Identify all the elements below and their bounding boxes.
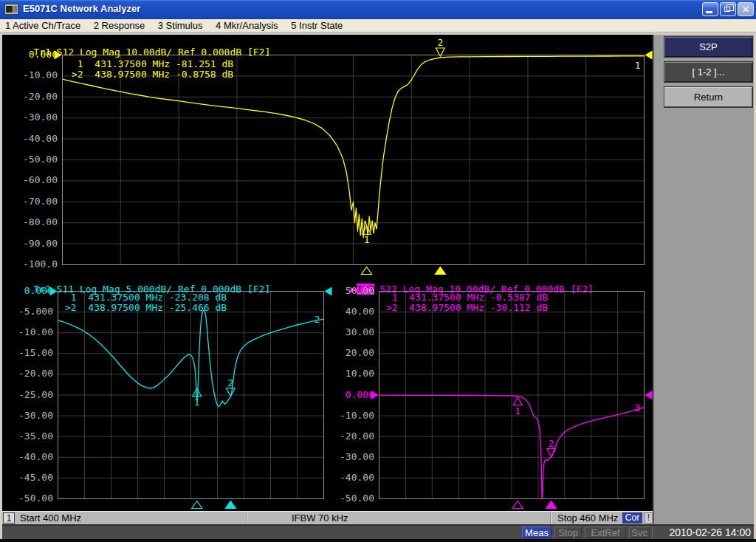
- axis-tick-label: 0.000: [15, 49, 58, 60]
- instrument-status-bar: Meas Stop ExtRef Svc 2010-02-26 14:00: [2, 526, 754, 539]
- axis-tick-label: 10.00: [331, 368, 374, 379]
- channel-status-bar: 1 Start 400 MHz IFBW 70 kHz Stop 460 MHz…: [2, 511, 653, 524]
- menu-item-stimulus[interactable]: 3 Stimulus: [153, 19, 208, 32]
- menu-item-response[interactable]: 2 Response: [89, 19, 150, 32]
- axis-tick-label: -25.00: [10, 389, 53, 400]
- axis-tick-label: 0.000: [10, 285, 53, 296]
- trace3-marker2-readout: >2 438.97500 MHz -30.112 dB: [386, 303, 548, 313]
- minimize-icon: [706, 11, 712, 13]
- axis-tick-label: 50.00: [331, 285, 374, 296]
- ifbw-label: IFBW 70 kHz: [292, 512, 348, 524]
- axis-tick-label: 40.00: [331, 306, 374, 317]
- application-window: E5071C Network Analyzer ✕ 1 Active Ch/Tr…: [0, 0, 756, 542]
- title-bar: E5071C Network Analyzer ✕: [0, 0, 756, 19]
- menu-bar: 1 Active Ch/Trace 2 Response 3 Stimulus …: [0, 19, 756, 32]
- axis-tick-label: -70.00: [15, 196, 58, 207]
- axis-tick-label: 0.000: [331, 389, 374, 400]
- axis-tick-label: -60.00: [15, 174, 58, 185]
- instrument-screen: [2, 35, 653, 511]
- axis-tick-label: -50.00: [331, 493, 374, 504]
- axis-tick-label: -20.00: [331, 430, 374, 442]
- axis-tick-label: -100.0: [15, 258, 58, 270]
- menu-item-instr-state[interactable]: 5 Instr State: [286, 19, 348, 32]
- app-icon: [4, 4, 18, 15]
- channel-number-badge: 1: [3, 512, 15, 524]
- axis-tick-label: -30.00: [15, 112, 58, 123]
- softkey-return[interactable]: Return: [664, 86, 753, 108]
- softkey-s2p[interactable]: S2P: [664, 36, 753, 58]
- datetime-display: 2010-02-26 14:00: [652, 526, 754, 538]
- axis-tick-label: -40.00: [10, 451, 53, 462]
- statusbar-divider: [246, 512, 247, 524]
- restore-icon: [724, 7, 730, 12]
- axis-tick-label: -5.000: [10, 306, 53, 317]
- statusbar-divider: [550, 512, 551, 524]
- axis-tick-label: 30.00: [331, 326, 374, 337]
- svc-indicator: Svc: [629, 526, 650, 538]
- trace1-marker2-readout: >2 438.97500 MHz -0.8758 dB: [72, 69, 233, 80]
- correction-status-badge: Cor: [622, 512, 642, 524]
- stop-indicator: Stop: [554, 526, 582, 538]
- extref-indicator: ExtRef: [585, 526, 626, 538]
- close-icon: ✕: [738, 4, 753, 16]
- axis-tick-label: -10.00: [331, 410, 374, 421]
- axis-tick-label: -20.00: [15, 91, 58, 102]
- softkey-ports-1-2[interactable]: [ 1-2 ]...: [664, 61, 753, 83]
- axis-tick-label: 20.00: [331, 347, 374, 358]
- axis-tick-label: -30.00: [331, 451, 374, 462]
- axis-tick-label: -80.00: [15, 216, 58, 227]
- trace3-marker1-readout: 1 431.37500 MHz -0.5387 dB: [386, 292, 548, 303]
- axis-tick-label: -15.00: [10, 347, 53, 358]
- axis-tick-label: -50.00: [10, 493, 53, 504]
- restore-button[interactable]: [720, 2, 736, 16]
- axis-tick-label: -40.00: [15, 133, 58, 144]
- axis-tick-label: -50.00: [15, 154, 58, 165]
- softkey-sidebar: S2P [ 1-2 ]... Return: [653, 35, 754, 524]
- start-frequency-label: Start 400 MHz: [20, 512, 81, 524]
- alert-indicator: !: [645, 512, 653, 524]
- close-button[interactable]: ✕: [738, 2, 754, 16]
- trace1-marker1-readout: 1 431.37500 MHz -81.251 dB: [72, 59, 233, 69]
- axis-tick-label: -10.00: [15, 69, 58, 80]
- axis-tick-label: -40.00: [331, 472, 374, 483]
- menu-item-active-ch-trace[interactable]: 1 Active Ch/Trace: [0, 19, 86, 32]
- window-title: E5071C Network Analyzer: [23, 3, 140, 14]
- axis-tick-label: -20.00: [10, 368, 53, 379]
- axis-tick-label: -35.00: [10, 430, 53, 442]
- axis-tick-label: -90.00: [15, 238, 58, 249]
- meas-indicator: Meas: [522, 526, 551, 538]
- stop-frequency-label: Stop 460 MHz: [557, 512, 618, 524]
- window-bottom-edge: [0, 539, 756, 542]
- trace2-marker2-readout: >2 438.97500 MHz -25.466 dB: [65, 303, 227, 313]
- minimize-button[interactable]: [702, 2, 718, 16]
- menu-item-mkr-analysis[interactable]: 4 Mkr/Analysis: [210, 19, 284, 32]
- axis-tick-label: -10.00: [10, 326, 53, 337]
- axis-tick-label: -30.00: [10, 410, 53, 421]
- axis-tick-label: -45.00: [10, 472, 53, 483]
- trace2-marker1-readout: 1 431.37500 MHz -23.208 dB: [65, 292, 227, 303]
